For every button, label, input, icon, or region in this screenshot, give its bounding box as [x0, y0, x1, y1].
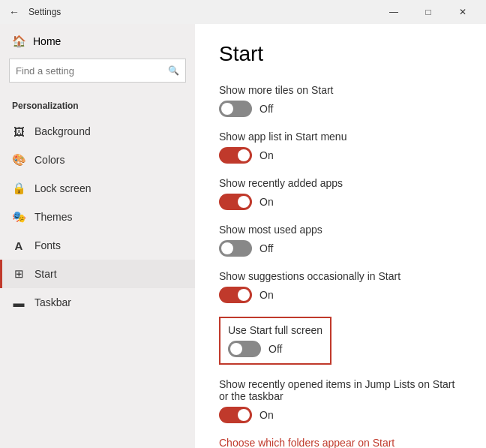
taskbar-icon: ▬	[12, 296, 26, 309]
maximize-button[interactable]: □	[411, 0, 446, 24]
sidebar-section-title: Personalization	[0, 95, 195, 117]
setting-suggestions: Show suggestions occasionally in Start O…	[219, 270, 462, 303]
toggle-state-more-tiles: Off	[260, 103, 273, 115]
setting-full-screen-box: Use Start full screen Off	[219, 317, 332, 365]
close-button[interactable]: ✕	[446, 0, 480, 24]
sidebar-item-fonts[interactable]: A Fonts	[0, 231, 195, 260]
setting-label-app-list: Show app list in Start menu	[219, 131, 462, 143]
toggle-state-most-used: Off	[260, 242, 273, 254]
sidebar-item-background[interactable]: 🖼 Background	[0, 117, 195, 146]
toggle-state-jump-list: On	[260, 409, 274, 421]
toggle-row-jump-list: On	[219, 407, 462, 423]
toggle-app-list[interactable]	[219, 147, 252, 164]
sidebar-item-lock-screen[interactable]: 🔒 Lock screen	[0, 174, 195, 203]
title-bar-left: ← Settings	[6, 6, 61, 18]
setting-label-jump-list: Show recently opened items in Jump Lists…	[219, 378, 462, 402]
sidebar-label-start: Start	[34, 268, 57, 280]
setting-app-list: Show app list in Start menu On	[219, 131, 462, 164]
colors-icon: 🎨	[12, 153, 26, 167]
setting-more-tiles: Show more tiles on Start Off	[219, 84, 462, 117]
back-button[interactable]: ←	[6, 6, 22, 18]
sidebar-item-themes[interactable]: 🎭 Themes	[0, 203, 195, 231]
start-icon: ⊞	[12, 267, 26, 281]
setting-label-full-screen: Use Start full screen	[228, 324, 322, 336]
toggle-row-recently-added: On	[219, 194, 462, 210]
title-bar-title: Settings	[28, 7, 61, 17]
sidebar-home-label: Home	[33, 35, 61, 47]
toggle-state-suggestions: On	[260, 289, 274, 301]
toggle-recently-added[interactable]	[219, 194, 252, 210]
sidebar-item-start[interactable]: ⊞ Start	[0, 260, 195, 288]
toggle-suggestions[interactable]	[219, 287, 252, 303]
setting-label-suggestions: Show suggestions occasionally in Start	[219, 270, 462, 282]
search-box[interactable]: 🔍	[9, 59, 186, 83]
toggle-row-app-list: On	[219, 147, 462, 164]
lock-icon: 🔒	[12, 182, 26, 195]
themes-icon: 🎭	[12, 210, 26, 224]
app-body: 🏠 Home 🔍 Personalization 🖼 Background 🎨 …	[0, 24, 486, 448]
setting-label-more-tiles: Show more tiles on Start	[219, 84, 462, 96]
sidebar-label-lock-screen: Lock screen	[34, 182, 91, 194]
home-icon: 🏠	[12, 35, 26, 48]
toggle-state-recently-added: On	[260, 196, 274, 208]
content-area: Start Show more tiles on Start Off Show …	[195, 24, 486, 448]
toggle-full-screen[interactable]	[228, 341, 261, 357]
setting-label-most-used: Show most used apps	[219, 224, 462, 236]
sidebar-item-colors[interactable]: 🎨 Colors	[0, 146, 195, 174]
sidebar-label-fonts: Fonts	[34, 239, 61, 251]
sidebar-item-taskbar[interactable]: ▬ Taskbar	[0, 288, 195, 317]
setting-most-used: Show most used apps Off	[219, 224, 462, 257]
sidebar-label-background: Background	[34, 125, 91, 137]
sidebar-label-colors: Colors	[34, 154, 64, 166]
page-title: Start	[219, 42, 462, 66]
fonts-icon: A	[12, 239, 26, 252]
folders-link[interactable]: Choose which folders appear on Start	[219, 437, 462, 448]
setting-label-recently-added: Show recently added apps	[219, 177, 462, 189]
sidebar-label-taskbar: Taskbar	[34, 296, 71, 308]
minimize-button[interactable]: —	[376, 0, 411, 24]
background-icon: 🖼	[12, 125, 26, 138]
toggle-state-app-list: On	[260, 149, 274, 161]
toggle-row-more-tiles: Off	[219, 101, 462, 117]
toggle-jump-list[interactable]	[219, 407, 252, 423]
search-icon: 🔍	[168, 65, 179, 76]
sidebar-label-themes: Themes	[34, 211, 73, 223]
toggle-most-used[interactable]	[219, 240, 252, 257]
search-input[interactable]	[16, 65, 168, 77]
setting-jump-list: Show recently opened items in Jump Lists…	[219, 378, 462, 423]
sidebar: 🏠 Home 🔍 Personalization 🖼 Background 🎨 …	[0, 24, 195, 448]
toggle-row-full-screen: Off	[228, 341, 322, 357]
toggle-row-most-used: Off	[219, 240, 462, 257]
toggle-state-full-screen: Off	[268, 343, 282, 355]
toggle-more-tiles[interactable]	[219, 101, 252, 117]
title-bar: ← Settings — □ ✕	[0, 0, 486, 24]
title-bar-controls: — □ ✕	[376, 0, 480, 24]
toggle-row-suggestions: On	[219, 287, 462, 303]
setting-recently-added: Show recently added apps On	[219, 177, 462, 210]
sidebar-item-home[interactable]: 🏠 Home	[0, 24, 195, 59]
